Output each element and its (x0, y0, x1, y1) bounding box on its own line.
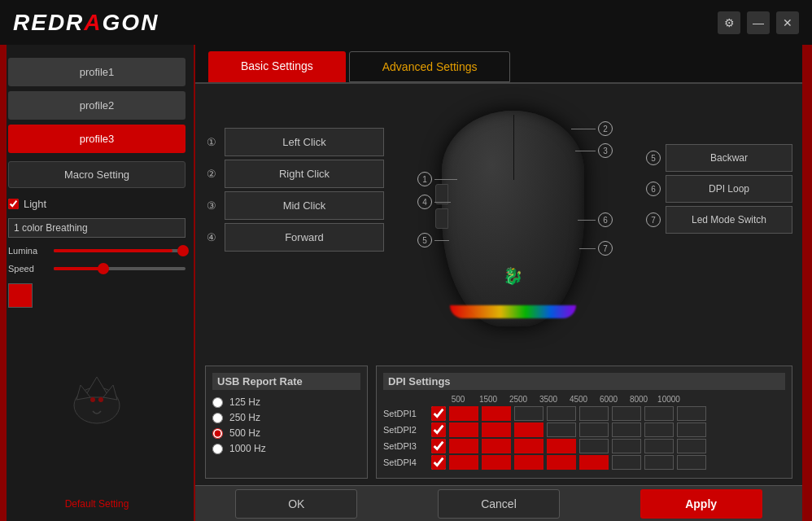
usb-250hz-radio[interactable] (212, 413, 223, 423)
dpi1-cell-3[interactable] (514, 406, 544, 421)
dpi3-checkbox[interactable] (431, 439, 446, 453)
dpi1-cell-6[interactable] (612, 406, 641, 421)
apply-button[interactable]: Apply (640, 489, 762, 519)
light-label: Light (24, 198, 46, 210)
left-click-button[interactable]: Left Click (225, 128, 384, 156)
app-logo: REDRAGON (13, 10, 159, 36)
right-click-button[interactable]: Right Click (225, 160, 384, 188)
dpi1-checkbox[interactable] (431, 406, 446, 421)
dpi-col-6000: 6000 (594, 395, 623, 404)
dpi-col-2500: 2500 (504, 395, 533, 404)
dpi1-cell-5[interactable] (579, 406, 609, 421)
profile3-button[interactable]: profile3 (8, 125, 186, 153)
dpi2-cell-8[interactable] (677, 422, 706, 437)
action-bar: OK Cancel Apply (195, 485, 802, 521)
tab-advanced-settings[interactable]: Advanced Settings (349, 51, 511, 82)
dpi2-cell-1[interactable] (449, 422, 478, 437)
side-num-6: 6 (646, 182, 661, 196)
settings-button[interactable]: ⚙ (718, 11, 740, 34)
main-content: profile1 profile2 profile3 Macro Setting… (0, 45, 812, 521)
speed-thumb[interactable] (98, 263, 109, 274)
dpi2-cell-5[interactable] (579, 422, 609, 437)
dpi4-cell-8[interactable] (677, 455, 706, 470)
dpi-row-2: SetDPI2 (383, 422, 785, 437)
close-button[interactable]: ✕ (776, 11, 799, 34)
dpi-col-4500: 4500 (564, 395, 593, 404)
dpi-loop-button[interactable]: DPI Loop (666, 175, 792, 203)
led-mode-switch-button[interactable]: Led Mode Switch (666, 206, 792, 234)
callout-2: 2 (571, 121, 613, 136)
dpi4-cell-7[interactable] (644, 455, 674, 470)
assign-num-4: ④ (205, 231, 218, 243)
usb-125hz-row: 125 Hz (212, 396, 360, 408)
light-checkbox-row: Light (8, 198, 186, 210)
dpi1-cell-2[interactable] (482, 406, 511, 421)
dpi-col-500: 500 (443, 395, 473, 404)
dpi3-cell-7[interactable] (644, 439, 674, 453)
title-bar: REDRAGON ⚙ — ✕ (0, 0, 812, 45)
assignment-row-2: ② Right Click (205, 160, 384, 188)
dpi4-cell-3[interactable] (514, 455, 544, 470)
callout-1: 1 (417, 172, 457, 186)
lumina-label: Lumina (8, 246, 49, 256)
rgb-strip (450, 305, 576, 318)
lumina-slider-row: Lumina (8, 246, 186, 256)
dpi3-cell-1[interactable] (449, 439, 478, 453)
usb-125hz-radio[interactable] (212, 397, 223, 408)
callout-3: 3 (575, 143, 613, 158)
default-setting-button[interactable]: Default Setting (8, 495, 186, 513)
dpi-row-1: SetDPI1 (383, 406, 785, 421)
dpi4-cell-6[interactable] (612, 455, 641, 470)
color-swatch[interactable] (8, 283, 33, 308)
dpi1-cell-4[interactable] (547, 406, 576, 421)
dpi3-cell-6[interactable] (612, 439, 641, 453)
dpi4-cell-5[interactable] (579, 455, 609, 470)
svg-point-4 (90, 397, 95, 402)
minimize-button[interactable]: — (747, 11, 770, 34)
mid-click-button[interactable]: Mid Click (225, 191, 384, 220)
dpi-column-headers: 500 1500 2500 3500 4500 6000 8000 10000 (443, 395, 785, 404)
dpi3-cell-4[interactable] (547, 439, 576, 453)
profile1-button[interactable]: profile1 (8, 58, 186, 86)
dpi2-cell-4[interactable] (547, 422, 576, 437)
dpi3-cell-8[interactable] (677, 439, 706, 453)
color-mode-select[interactable]: 1 color Breathing (8, 218, 186, 238)
dpi2-checkbox[interactable] (431, 422, 446, 437)
side-functions-right: 5 Backwar 6 DPI Loop 7 Led Mode Switch (646, 92, 792, 357)
dpi3-cell-5[interactable] (579, 439, 609, 453)
dpi-row-3: SetDPI3 (383, 439, 785, 453)
side-num-7: 7 (646, 212, 661, 227)
dpi1-cell-1[interactable] (449, 406, 478, 421)
dpi3-cell-3[interactable] (514, 439, 544, 453)
side-button-bottom[interactable] (435, 208, 448, 229)
dpi2-cell-2[interactable] (482, 422, 511, 437)
cancel-button[interactable]: Cancel (438, 489, 560, 519)
tab-basic-settings[interactable]: Basic Settings (208, 51, 346, 82)
dpi4-cell-2[interactable] (482, 455, 511, 470)
dpi2-cell-7[interactable] (644, 422, 674, 437)
side-num-5: 5 (646, 151, 661, 165)
lumina-fill (54, 249, 172, 252)
dpi1-cell-8[interactable] (677, 406, 706, 421)
usb-250hz-label: 250 Hz (229, 412, 260, 423)
dpi-col-10000: 10000 (654, 395, 683, 404)
dpi2-cell-6[interactable] (612, 422, 641, 437)
usb-125hz-label: 125 Hz (229, 396, 260, 408)
dpi2-cell-3[interactable] (514, 422, 544, 437)
dpi4-cell-1[interactable] (449, 455, 478, 470)
right-panel: Basic Settings Advanced Settings ① Left … (195, 45, 802, 521)
callout-5-left: 5 (417, 233, 449, 247)
usb-500hz-radio[interactable] (212, 428, 223, 439)
profile2-button[interactable]: profile2 (8, 91, 186, 120)
ok-button[interactable]: OK (235, 489, 357, 519)
light-checkbox[interactable] (8, 199, 19, 209)
mouse-logo: 🐉 (503, 266, 523, 286)
lumina-thumb[interactable] (177, 245, 189, 256)
backwar-button[interactable]: Backwar (666, 144, 792, 172)
dpi4-checkbox[interactable] (431, 455, 446, 470)
dpi1-cell-7[interactable] (644, 406, 674, 421)
usb-1000hz-radio[interactable] (212, 444, 223, 454)
forward-button[interactable]: Forward (225, 223, 384, 252)
dpi3-cell-2[interactable] (482, 439, 511, 453)
dpi4-cell-4[interactable] (547, 455, 576, 470)
